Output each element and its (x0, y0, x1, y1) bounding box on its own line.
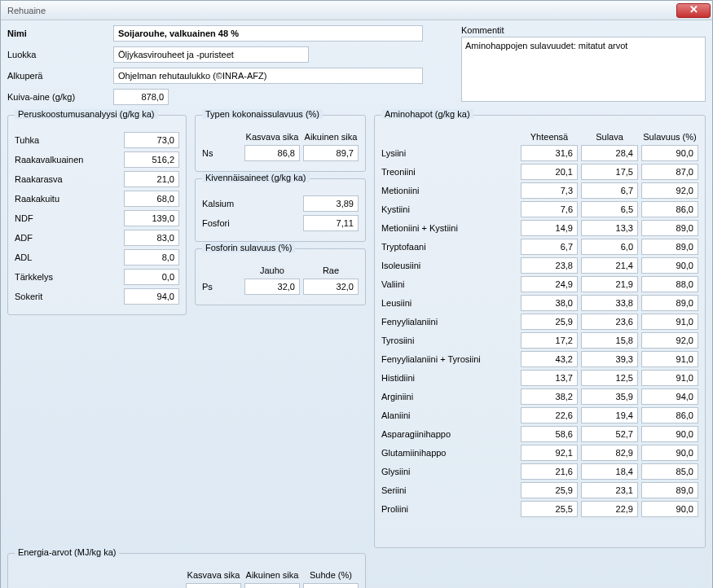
amino-pct[interactable] (641, 145, 698, 161)
amino-pct[interactable] (641, 407, 698, 423)
amino-digest[interactable] (581, 463, 638, 480)
amino-pct[interactable] (641, 463, 698, 480)
amino-digest[interactable] (581, 182, 638, 199)
amino-total[interactable] (521, 370, 578, 386)
amino-pct[interactable] (641, 164, 698, 180)
amino-pct[interactable] (641, 220, 698, 236)
luokka-input[interactable] (113, 46, 309, 63)
label-nimi: Nimi (7, 29, 113, 38)
perus-row-value[interactable] (124, 171, 179, 187)
amino-row-label: Seriini (381, 485, 517, 495)
amino-digest[interactable] (581, 314, 638, 330)
fosfor-row-label: Ps (202, 282, 241, 292)
amino-total[interactable] (521, 145, 578, 161)
amino-pct[interactable] (641, 351, 698, 367)
amino-total[interactable] (521, 426, 578, 442)
perus-row-label: Raakarasva (15, 174, 121, 184)
fosfor-a[interactable] (244, 279, 300, 295)
amino-pct[interactable] (641, 239, 698, 255)
amino-digest[interactable] (581, 332, 638, 349)
amino-total[interactable] (521, 257, 578, 274)
amino-total[interactable] (521, 482, 578, 498)
amino-digest[interactable] (581, 351, 638, 367)
amino-digest[interactable] (581, 388, 638, 405)
perus-row-label: Tärkkelys (15, 272, 121, 282)
amino-digest[interactable] (581, 501, 638, 517)
kiven-row-value[interactable] (303, 215, 359, 231)
amino-digest[interactable] (581, 239, 638, 255)
amino-pct[interactable] (641, 501, 698, 517)
amino-total[interactable] (521, 445, 578, 461)
amino-pct[interactable] (641, 332, 698, 349)
perus-row-value[interactable] (124, 249, 179, 265)
amino-pct[interactable] (641, 276, 698, 292)
perus-row-value[interactable] (124, 151, 179, 168)
fosfor-title: Fosforin sulavuus (%) (202, 243, 295, 252)
close-icon[interactable]: ✕ (676, 3, 711, 18)
amino-row-label: Leusiini (381, 298, 517, 308)
amino-pct[interactable] (641, 201, 698, 217)
amino-total[interactable] (521, 463, 578, 480)
amino-row-label: Valiini (381, 279, 517, 289)
amino-row-label: Isoleusiini (381, 261, 517, 270)
amino-row-label: Asparagiinihappo (381, 429, 517, 439)
perus-row-value[interactable] (124, 288, 179, 305)
fosfor-b[interactable] (303, 279, 359, 295)
amino-total[interactable] (521, 295, 578, 311)
titlebar: Rehuaine ✕ (1, 1, 712, 20)
amino-total[interactable] (521, 388, 578, 405)
amino-digest[interactable] (581, 295, 638, 311)
amino-pct[interactable] (641, 388, 698, 405)
amino-total[interactable] (521, 220, 578, 236)
amino-pct[interactable] (641, 445, 698, 461)
amino-total[interactable] (521, 501, 578, 517)
amino-digest[interactable] (581, 482, 638, 498)
amino-pct[interactable] (641, 314, 698, 330)
kommentit-input[interactable]: Aminohappojen sulavuudet: mitatut arvot (461, 37, 706, 102)
perus-row-value[interactable] (124, 210, 179, 226)
energia-row-b[interactable] (244, 583, 300, 588)
amino-pct[interactable] (641, 295, 698, 311)
perus-row-value[interactable] (124, 191, 179, 207)
amino-total[interactable] (521, 351, 578, 367)
amino-total[interactable] (521, 407, 578, 423)
amino-total[interactable] (521, 314, 578, 330)
amino-digest[interactable] (581, 426, 638, 442)
nimi-input[interactable] (113, 25, 423, 42)
perus-row-value[interactable] (124, 269, 179, 285)
kiven-title: Kivennäisaineet (g/kg ka) (202, 173, 310, 182)
amino-pct[interactable] (641, 257, 698, 274)
amino-digest[interactable] (581, 445, 638, 461)
energia-row-c[interactable] (303, 583, 359, 588)
typen-a[interactable] (244, 145, 300, 161)
typen-b[interactable] (303, 145, 359, 161)
amino-total[interactable] (521, 332, 578, 349)
amino-h3: Sulavuus (%) (641, 132, 698, 142)
amino-digest[interactable] (581, 220, 638, 236)
amino-h1: Yhteensä (521, 132, 578, 142)
amino-total[interactable] (521, 182, 578, 199)
perus-row-label: Sokerit (15, 292, 121, 301)
kiven-row-value[interactable] (303, 195, 359, 212)
amino-digest[interactable] (581, 201, 638, 217)
amino-pct[interactable] (641, 182, 698, 199)
amino-digest[interactable] (581, 370, 638, 386)
kuiva-input[interactable] (113, 89, 169, 105)
alkupera-input[interactable] (113, 68, 423, 84)
amino-total[interactable] (521, 164, 578, 180)
amino-pct[interactable] (641, 426, 698, 442)
amino-digest[interactable] (581, 407, 638, 423)
energia-h3: Suhde (%) (303, 570, 359, 580)
amino-pct[interactable] (641, 370, 698, 386)
amino-pct[interactable] (641, 482, 698, 498)
perus-row-value[interactable] (124, 132, 179, 148)
amino-total[interactable] (521, 201, 578, 217)
amino-digest[interactable] (581, 145, 638, 161)
amino-digest[interactable] (581, 276, 638, 292)
perus-row-value[interactable] (124, 230, 179, 246)
amino-total[interactable] (521, 239, 578, 255)
energia-row-a[interactable] (186, 583, 241, 588)
amino-digest[interactable] (581, 164, 638, 180)
amino-total[interactable] (521, 276, 578, 292)
amino-digest[interactable] (581, 257, 638, 274)
